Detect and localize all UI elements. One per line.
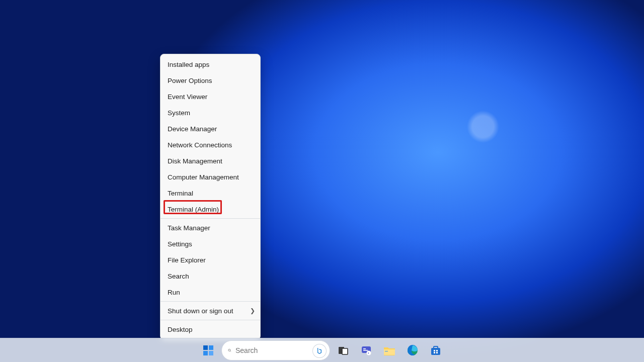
menu-item-label: Terminal: [168, 190, 193, 197]
menu-item-label: Network Connections: [168, 141, 232, 149]
svg-rect-15: [431, 348, 440, 355]
menu-item-network-connections[interactable]: Network Connections: [160, 137, 260, 153]
svg-rect-16: [434, 346, 438, 348]
svg-rect-13: [385, 351, 388, 351]
menu-item-system[interactable]: System: [160, 105, 260, 121]
desktop-wallpaper: Installed apps Power Options Event Viewe…: [0, 0, 644, 362]
menu-item-power-options[interactable]: Power Options: [160, 72, 260, 88]
file-explorer-button[interactable]: [379, 340, 399, 360]
menu-item-settings[interactable]: Settings: [160, 236, 260, 252]
menu-item-run[interactable]: Run: [160, 284, 260, 300]
svg-rect-3: [209, 351, 213, 355]
search-input[interactable]: [235, 346, 324, 354]
menu-item-label: Computer Management: [168, 173, 239, 181]
menu-item-search[interactable]: Search: [160, 268, 260, 284]
menu-item-label: Task Manager: [168, 224, 210, 232]
svg-rect-2: [203, 351, 208, 355]
menu-item-desktop[interactable]: Desktop: [160, 321, 260, 337]
svg-line-5: [230, 350, 230, 351]
svg-rect-7: [342, 348, 348, 354]
menu-item-label: Installed apps: [168, 61, 209, 68]
menu-item-label: Shut down or sign out: [168, 307, 233, 315]
edge-icon: [407, 344, 419, 356]
menu-separator: [160, 320, 260, 320]
chevron-right-icon: ❯: [250, 307, 255, 314]
taskbar-search[interactable]: [221, 340, 330, 360]
file-explorer-icon: [383, 344, 396, 356]
menu-item-label: System: [168, 109, 190, 117]
menu-item-label: Power Options: [168, 77, 212, 84]
menu-item-label: Search: [168, 273, 189, 280]
menu-item-shutdown-signout[interactable]: Shut down or sign out ❯: [160, 303, 260, 319]
svg-rect-9: [363, 348, 366, 349]
menu-item-label: Desktop: [168, 326, 193, 333]
svg-rect-12: [384, 349, 395, 355]
svg-rect-10: [363, 350, 368, 351]
menu-item-event-viewer[interactable]: Event Viewer: [160, 88, 260, 105]
menu-item-label: File Explorer: [168, 256, 206, 264]
menu-item-disk-management[interactable]: Disk Management: [160, 153, 260, 169]
svg-rect-20: [436, 352, 438, 353]
search-icon: [228, 346, 231, 354]
menu-item-label: Run: [168, 289, 180, 296]
menu-item-label: Disk Management: [168, 157, 222, 165]
svg-point-4: [228, 349, 230, 351]
svg-rect-19: [434, 352, 435, 353]
menu-item-file-explorer[interactable]: File Explorer: [160, 252, 260, 268]
svg-rect-18: [436, 350, 438, 351]
menu-item-device-manager[interactable]: Device Manager: [160, 121, 260, 137]
svg-rect-0: [203, 345, 208, 350]
menu-item-installed-apps[interactable]: Installed apps: [160, 56, 260, 72]
bing-chat-icon[interactable]: [312, 344, 327, 358]
menu-separator: [160, 218, 260, 219]
menu-item-label: Terminal (Admin): [168, 206, 219, 213]
menu-item-label: Device Manager: [168, 125, 217, 133]
menu-item-label: Settings: [168, 240, 192, 248]
chat-button[interactable]: [356, 340, 376, 360]
task-view-icon: [337, 344, 349, 356]
edge-button[interactable]: [403, 340, 423, 360]
start-icon: [202, 344, 214, 356]
menu-item-task-manager[interactable]: Task Manager: [160, 220, 260, 236]
svg-rect-1: [209, 345, 213, 350]
start-button[interactable]: [198, 340, 218, 360]
menu-item-label: Event Viewer: [168, 93, 207, 101]
menu-item-computer-management[interactable]: Computer Management: [160, 169, 260, 185]
winx-context-menu: Installed apps Power Options Event Viewe…: [160, 54, 261, 340]
taskbar: [0, 338, 644, 362]
chat-icon: [360, 344, 372, 356]
menu-item-terminal-admin[interactable]: Terminal (Admin): [160, 201, 260, 217]
menu-item-terminal[interactable]: Terminal: [160, 185, 260, 201]
menu-separator: [160, 301, 260, 302]
store-button[interactable]: [426, 340, 446, 360]
svg-rect-17: [434, 350, 435, 351]
task-view-button[interactable]: [333, 340, 353, 360]
store-icon: [430, 344, 442, 356]
